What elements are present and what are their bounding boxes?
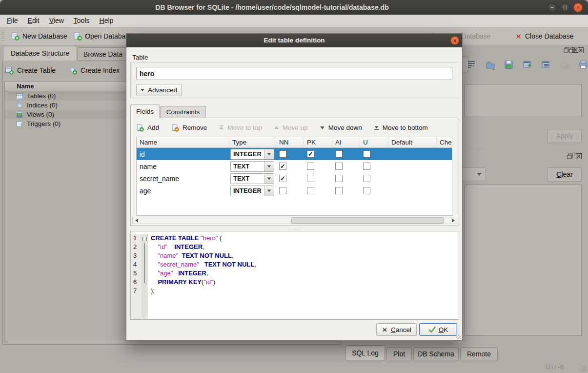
toolbar-drag-handle[interactable] <box>1 30 4 42</box>
new-database-button[interactable]: New Database <box>11 29 67 43</box>
field-row-secret_name[interactable]: secret_nameTEXT✓ <box>137 172 452 185</box>
create-table-button[interactable]: Create Table <box>5 66 56 75</box>
menu-tools[interactable]: Tools <box>69 15 95 26</box>
u-checkbox[interactable] <box>363 150 370 158</box>
tab-db-schema[interactable]: DB Schema <box>413 347 459 360</box>
menu-help[interactable]: Help <box>95 15 119 26</box>
tab-sql-log[interactable]: SQL Log <box>345 345 385 360</box>
fold-margin[interactable] <box>142 278 148 287</box>
u-checkbox[interactable] <box>363 163 370 170</box>
add-button[interactable]: Add <box>136 124 159 132</box>
fold-margin[interactable] <box>142 252 148 261</box>
move-up-button[interactable]: Move up <box>274 124 308 131</box>
column-header-pk[interactable]: PK <box>304 137 332 147</box>
default-cell[interactable] <box>388 185 437 197</box>
field-name-cell[interactable]: age <box>137 185 229 197</box>
field-name-cell[interactable]: id <box>137 148 229 160</box>
field-name-cell[interactable]: name <box>137 160 229 172</box>
u-checkbox[interactable] <box>363 187 370 194</box>
pk-checkbox[interactable] <box>307 163 314 170</box>
log-close-icon[interactable] <box>575 153 582 160</box>
nn-checkbox[interactable] <box>279 187 286 194</box>
column-header-ai[interactable]: AI <box>332 137 360 147</box>
field-name-cell[interactable]: secret_name <box>137 172 229 185</box>
tab-database-structure[interactable]: Database Structure <box>3 46 77 61</box>
menu-file[interactable]: File <box>2 15 23 26</box>
menu-edit[interactable]: Edit <box>23 15 44 26</box>
maximize-button[interactable]: □ <box>560 3 569 12</box>
dialog-close-button[interactable]: × <box>450 36 459 45</box>
save-file-icon[interactable] <box>504 60 514 70</box>
scroll-right-icon[interactable] <box>449 217 457 224</box>
table-name-input[interactable] <box>136 67 452 80</box>
tab-plot[interactable]: Plot <box>386 347 412 360</box>
print-icon[interactable] <box>578 60 588 70</box>
move-down-button[interactable]: Move down <box>320 124 362 131</box>
pk-checkbox[interactable]: ✓ <box>307 150 314 158</box>
check-cell[interactable] <box>437 185 452 197</box>
default-cell[interactable] <box>388 148 437 160</box>
type-select[interactable]: TEXT <box>230 161 274 172</box>
titlebar[interactable]: DB Browser for SQLite - /home/user/code/… <box>0 0 588 15</box>
scrollbar-thumb[interactable] <box>291 217 444 224</box>
default-cell[interactable] <box>388 172 437 185</box>
type-select[interactable]: INTEGER <box>230 149 274 160</box>
move-to-top-button[interactable]: Move to top <box>219 124 262 131</box>
apply-button[interactable]: Apply <box>547 129 582 143</box>
column-header-type[interactable]: Type <box>229 137 276 147</box>
resize-grip[interactable] <box>581 366 587 372</box>
word-wrap-icon[interactable] <box>466 60 477 70</box>
dialog-titlebar[interactable]: Edit table definition × <box>126 34 462 47</box>
type-select[interactable]: INTEGER <box>230 186 274 196</box>
ai-checkbox[interactable] <box>335 150 343 158</box>
advanced-button[interactable]: Advanced <box>136 84 182 96</box>
field-row-age[interactable]: ageINTEGER <box>137 185 452 197</box>
cancel-button[interactable]: Cancel <box>376 323 417 336</box>
remove-icon[interactable] <box>559 60 570 70</box>
create-index-button[interactable]: Create Index <box>68 66 120 75</box>
export-icon[interactable] <box>522 60 533 70</box>
ai-checkbox[interactable] <box>335 163 343 170</box>
close-button[interactable]: × <box>573 3 583 12</box>
ai-checkbox[interactable] <box>335 175 343 182</box>
column-header-u[interactable]: U <box>360 137 388 147</box>
field-row-name[interactable]: nameTEXT✓ <box>137 160 452 172</box>
nn-checkbox[interactable]: ✓ <box>279 175 286 182</box>
ai-checkbox[interactable] <box>335 187 343 194</box>
tab-browse-data[interactable]: Browse Data <box>78 47 128 61</box>
nn-checkbox[interactable] <box>279 150 286 158</box>
panel-close-icon[interactable] <box>572 46 579 53</box>
ok-button[interactable]: OK <box>419 323 457 336</box>
scroll-left-icon[interactable] <box>133 217 140 224</box>
close-database-button[interactable]: Close Database <box>515 29 574 43</box>
nn-checkbox[interactable]: ✓ <box>279 163 286 170</box>
check-cell[interactable] <box>437 148 452 160</box>
column-header-name[interactable]: Name <box>137 137 229 147</box>
column-header-default[interactable]: Default <box>388 137 437 147</box>
column-header-nn[interactable]: NN <box>276 137 304 147</box>
dialog-resize-grip[interactable] <box>456 334 461 339</box>
pk-checkbox[interactable] <box>307 187 314 194</box>
fold-margin[interactable] <box>142 261 148 269</box>
type-select[interactable]: TEXT <box>230 173 274 184</box>
sql-log-area[interactable] <box>465 185 582 336</box>
tab-constraints[interactable]: Constraints <box>160 106 206 118</box>
cell-editor-area[interactable] <box>465 84 582 117</box>
u-checkbox[interactable] <box>363 175 370 182</box>
log-restore-icon[interactable] <box>567 153 573 160</box>
fold-margin[interactable] <box>142 234 148 243</box>
check-cell[interactable] <box>437 160 452 172</box>
move-to-bottom-button[interactable]: Move to bottom <box>374 124 428 131</box>
check-cell[interactable] <box>437 172 452 185</box>
open-file-icon[interactable] <box>485 60 496 70</box>
panel-splitter[interactable]: ······· <box>466 146 484 152</box>
minimize-button[interactable]: − <box>547 3 557 12</box>
column-header-check[interactable]: Check <box>437 137 452 147</box>
tab-fields[interactable]: Fields <box>130 104 160 118</box>
menu-view[interactable]: View <box>44 15 69 26</box>
link-icon[interactable] <box>541 60 551 70</box>
pk-checkbox[interactable] <box>307 175 314 182</box>
clear-button[interactable]: Clear <box>547 167 582 182</box>
fold-margin[interactable] <box>142 243 148 252</box>
panel-restore-icon[interactable] <box>563 46 570 53</box>
